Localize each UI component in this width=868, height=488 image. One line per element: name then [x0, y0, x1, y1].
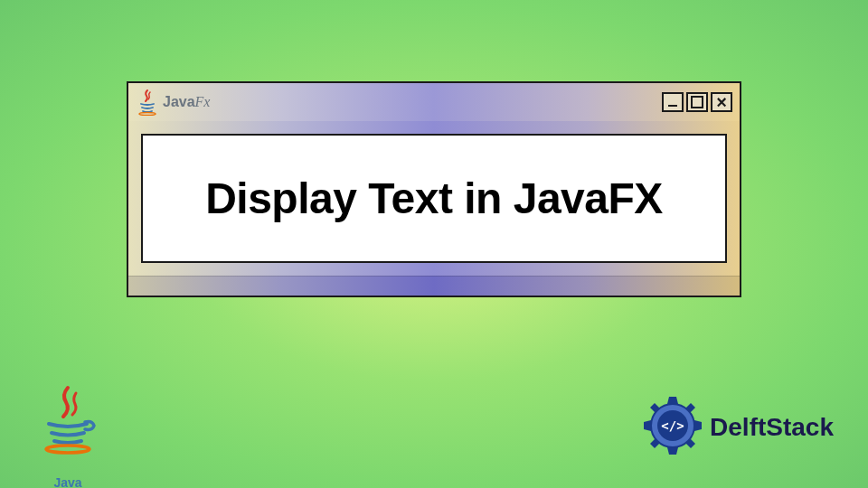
content-panel: Display Text in JavaFX: [141, 134, 727, 263]
window-body: Display Text in JavaFX: [128, 121, 740, 276]
svg-marker-2: [667, 397, 678, 404]
java-icon: [136, 89, 159, 116]
delftstack-label: DelftStack: [710, 413, 834, 442]
java-logo: Java: [36, 384, 99, 470]
svg-point-1: [46, 446, 90, 453]
svg-marker-4: [644, 420, 651, 431]
svg-point-0: [139, 113, 156, 116]
titlebar-app-identity: JavaFx: [136, 89, 210, 116]
app-title: JavaFx: [163, 94, 210, 110]
svg-marker-3: [667, 447, 678, 455]
window-bottom-bar: [128, 276, 740, 296]
delftstack-logo: </> DelftStack: [641, 394, 834, 461]
display-text: Display Text in JavaFX: [170, 174, 698, 223]
minimize-button[interactable]: [662, 92, 684, 112]
svg-text:</>: </>: [661, 418, 684, 433]
java-logo-label: Java: [36, 475, 99, 488]
window-controls: [662, 92, 732, 112]
window-titlebar[interactable]: JavaFx: [128, 83, 740, 121]
svg-marker-5: [694, 420, 702, 431]
delftstack-gear-icon: </>: [641, 394, 704, 461]
maximize-button[interactable]: [686, 92, 708, 112]
application-window: JavaFx Display Text in JavaFX: [127, 81, 741, 297]
close-button[interactable]: [711, 92, 732, 112]
